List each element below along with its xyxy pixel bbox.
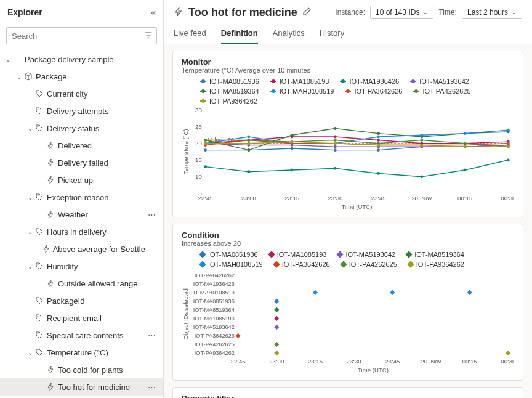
tree-item[interactable]: ⌄Package⋯ <box>0 68 163 85</box>
legend-label: IOT-MA5193642 <box>419 78 469 85</box>
legend-item[interactable]: IOT-MA0851936 <box>200 78 259 85</box>
tag-icon <box>34 193 44 201</box>
bolt-icon <box>46 176 55 184</box>
time-dropdown[interactable]: Last 2 hours⌄ <box>462 6 522 19</box>
svg-point-88 <box>420 139 423 142</box>
svg-text:IOT-MA5193642: IOT-MA5193642 <box>193 324 235 330</box>
edit-icon[interactable] <box>302 7 311 18</box>
legend-item[interactable]: IOT-MA0851936 <box>200 251 258 258</box>
tree-item[interactable]: Outside allowed range⋯ <box>0 275 163 292</box>
legend-item[interactable]: IOT-MA8519364 <box>406 251 464 258</box>
svg-point-45 <box>291 169 294 172</box>
svg-point-38 <box>334 136 337 139</box>
tree-item-label: Package <box>36 72 145 81</box>
legend-item[interactable]: IOT-MA1085193 <box>269 251 327 258</box>
legend-item[interactable]: IOT-MA1085193 <box>270 78 329 85</box>
instance-dropdown[interactable]: 10 of 143 IDs⌄ <box>370 6 433 19</box>
chevron-down-icon[interactable]: ⌄ <box>26 125 34 132</box>
tab-live-feed[interactable]: Live feed <box>174 25 206 44</box>
tab-history[interactable]: History <box>320 25 344 44</box>
legend-label: IOT-MA1085193 <box>280 78 329 85</box>
bolt-icon <box>46 158 55 167</box>
tree-item[interactable]: PackageId⋯ <box>0 292 163 309</box>
svg-rect-125 <box>274 325 279 330</box>
svg-text:IOT-PA6426262: IOT-PA6426262 <box>195 272 235 278</box>
tree-item[interactable]: Current city⋯ <box>0 85 163 102</box>
chevron-down-icon[interactable]: ⌄ <box>4 56 12 63</box>
legend-item[interactable]: IOT-MAH0108519 <box>270 87 334 95</box>
tree-item-label: PackageId <box>47 296 145 306</box>
svg-text:23:30: 23:30 <box>328 195 342 201</box>
content-scroll[interactable]: Monitor Temperature (°C) Average over 10… <box>164 44 532 398</box>
tag-icon <box>34 296 44 305</box>
svg-point-44 <box>247 170 250 173</box>
chevron-down-icon[interactable]: ⌄ <box>26 194 34 201</box>
tree-item[interactable]: Special care contents⋯ <box>0 327 163 344</box>
more-icon[interactable]: ⋯ <box>145 383 158 392</box>
cube-icon <box>23 72 33 81</box>
tree-item[interactable]: Picked up⋯ <box>0 171 163 189</box>
condition-subtitle: Increases above 20 <box>182 240 514 247</box>
monitor-card: Monitor Temperature (°C) Average over 10… <box>172 51 523 217</box>
svg-text:IOT-PA9364262: IOT-PA9364262 <box>195 350 235 356</box>
legend-item[interactable]: IOT-PA3642626 <box>345 87 402 95</box>
tree-item[interactable]: ⌄Delivery events⋯ <box>0 396 163 398</box>
legend-item[interactable]: IOT-MA8519364 <box>200 87 259 95</box>
condition-chart: IOT-PA6426262IOT-MA1936426IOT-MAH0108519… <box>182 270 514 375</box>
svg-point-94 <box>334 142 337 145</box>
chevron-down-icon[interactable]: ⌄ <box>26 263 34 270</box>
legend-marker-icon <box>337 251 344 258</box>
legend-item[interactable]: IOT-MAH0108519 <box>200 261 263 268</box>
legend-label: IOT-PA9364262 <box>416 261 464 268</box>
svg-point-30 <box>334 148 337 152</box>
monitor-chart: 5101520253022:4523:0023:1523:3023:4520. … <box>182 107 514 211</box>
bolt-icon <box>46 141 55 150</box>
legend-item[interactable]: IOT-MA1936426 <box>340 78 399 85</box>
legend-item[interactable]: IOT-PA4262625 <box>341 261 397 268</box>
more-icon[interactable]: ⋯ <box>145 331 158 340</box>
chevron-down-icon[interactable]: ⌄ <box>15 73 23 80</box>
tree-item[interactable]: Recipient email⋯ <box>0 309 163 327</box>
tree-item-label: Package delivery sample <box>25 55 145 64</box>
chevron-down-icon[interactable]: ⌄ <box>26 349 34 356</box>
tree-item[interactable]: Too hot for medicine⋯ <box>0 378 163 396</box>
svg-point-3 <box>38 195 39 197</box>
monitor-title: Monitor <box>182 57 514 67</box>
tree-item[interactable]: Delivery attempts⋯ <box>0 102 163 120</box>
tree-item[interactable]: ⌄Humidity⋯ <box>0 258 163 275</box>
tree-item[interactable]: ⌄Temperature (°C)⋯ <box>0 344 163 361</box>
svg-point-72 <box>420 134 423 137</box>
legend-item[interactable]: IOT-PA4262625 <box>413 87 470 95</box>
tree-item[interactable]: Too cold for plants⋯ <box>0 361 163 378</box>
legend-marker-icon <box>200 91 206 92</box>
tree-item[interactable]: Delivery failed⋯ <box>0 154 163 171</box>
legend-item[interactable]: IOT-PA9364262 <box>200 97 257 105</box>
search-input[interactable] <box>6 27 157 44</box>
filter-icon[interactable] <box>145 31 152 40</box>
svg-text:Object IDs selected: Object IDs selected <box>182 288 189 339</box>
legend-item[interactable]: IOT-MA5193642 <box>337 251 395 258</box>
legend-item[interactable]: IOT-PA9364262 <box>408 261 464 268</box>
tree-item[interactable]: Weather⋯ <box>0 206 163 223</box>
svg-text:30: 30 <box>195 107 202 113</box>
tree-item[interactable]: ⌄Hours in delivery⋯ <box>0 223 163 240</box>
collapse-sidebar-button[interactable]: « <box>151 7 156 17</box>
tab-analytics[interactable]: Analytics <box>273 25 305 44</box>
tree-item[interactable]: Delivered⋯ <box>0 137 163 154</box>
tab-definition[interactable]: Definition <box>221 25 258 44</box>
svg-text:Time (UTC): Time (UTC) <box>358 367 389 373</box>
tree-item[interactable]: ⌄Package delivery sample⋯ <box>0 51 163 68</box>
legend-item[interactable]: IOT-PA3642626 <box>274 261 330 268</box>
more-icon[interactable]: ⋯ <box>145 210 158 219</box>
chevron-down-icon[interactable]: ⌄ <box>26 229 34 235</box>
svg-point-62 <box>334 127 337 130</box>
legend-item[interactable]: IOT-MA5193642 <box>410 78 469 85</box>
tree-item[interactable]: ⌄Exception reason⋯ <box>0 189 163 206</box>
tree-item[interactable]: Above average for Seattle⋯ <box>0 240 163 258</box>
svg-point-27 <box>204 148 207 152</box>
legend-marker-icon <box>270 91 276 92</box>
tree-item-label: Temperature (°C) <box>47 348 145 357</box>
tree-item[interactable]: ⌄Delivery status⋯ <box>0 120 163 137</box>
condition-legend: IOT-MA0851936IOT-MA1085193IOT-MA5193642I… <box>182 251 514 268</box>
svg-point-46 <box>334 167 337 170</box>
